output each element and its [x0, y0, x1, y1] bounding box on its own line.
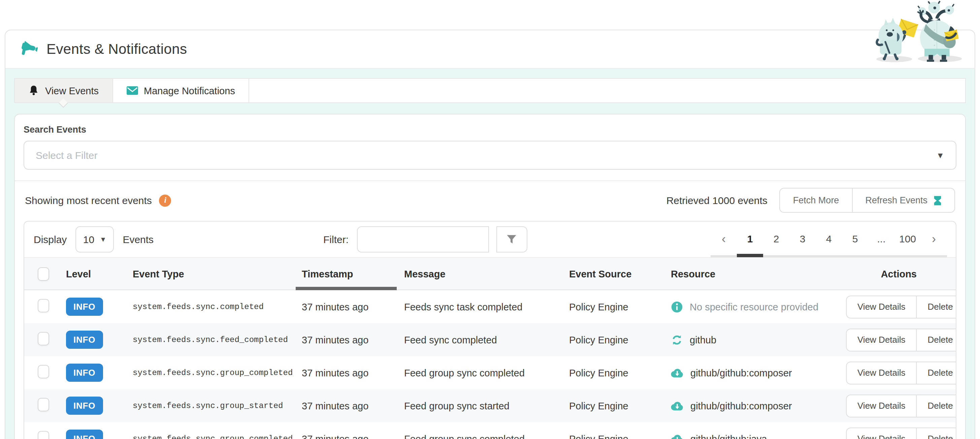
page-prev-button[interactable]: ‹ [711, 221, 737, 256]
page-size-select[interactable]: 10 ▼ [75, 226, 114, 253]
select-placeholder: Select a Filter [36, 150, 97, 161]
row-checkbox[interactable] [38, 332, 49, 345]
tab-view-events[interactable]: View Events [15, 79, 113, 102]
page-button-3[interactable]: 3 [789, 221, 816, 256]
page-button-...[interactable]: ... [868, 221, 894, 256]
event-type: system.feeds.sync.feed_completed [133, 335, 302, 344]
pagination-active-indicator [737, 254, 763, 257]
table-row: INFO system.feeds.sync.feed_completed 37… [24, 323, 956, 356]
column-header-level[interactable]: Level [66, 258, 133, 289]
mascot-left [877, 18, 918, 60]
card-body: View Events Manage Notifications Search … [5, 68, 975, 439]
resource-label: github/github:java [690, 433, 767, 439]
event-message: Feeds sync task completed [404, 301, 569, 312]
table-toolbar: Display 10 ▼ Events Filter: [24, 221, 956, 257]
view-details-button[interactable]: View Details [846, 427, 917, 439]
event-message: Feed group sync completed [404, 433, 569, 439]
hourglass-icon [934, 195, 942, 206]
tab-manage-notifications[interactable]: Manage Notifications [113, 79, 249, 102]
envelope-icon [126, 86, 138, 95]
row-actions: View Details Delete [846, 328, 956, 351]
table-row: INFO system.feeds.sync.group_started 37 … [24, 389, 956, 422]
row-checkbox[interactable] [38, 365, 49, 379]
filter-input[interactable] [356, 226, 488, 253]
mascot-right [918, 1, 959, 62]
event-type: system.feeds.sync.group_started [133, 401, 302, 410]
view-details-button[interactable]: View Details [846, 328, 917, 351]
column-header-resource[interactable]: Resource [671, 258, 846, 289]
level-badge: INFO [66, 331, 103, 349]
event-message: Feed sync completed [404, 334, 569, 345]
chevron-down-icon: ▼ [936, 151, 944, 160]
row-actions: View Details Delete [846, 295, 956, 318]
row-actions: View Details Delete [846, 361, 956, 384]
pagination: ‹12345...100› [711, 221, 947, 256]
page-button-5[interactable]: 5 [842, 221, 868, 256]
events-page: Events & Notifications View Events [0, 0, 980, 439]
delete-button[interactable]: Delete [916, 328, 956, 351]
info-icon [671, 301, 683, 313]
event-type: system.feeds.sync.completed [133, 302, 302, 312]
row-actions: View Details Delete [846, 394, 956, 417]
select-all-checkbox[interactable] [38, 267, 49, 280]
sync-icon [671, 334, 683, 346]
refresh-events-label: Refresh Events [865, 195, 928, 205]
page-size-value: 10 [83, 234, 94, 245]
display-label: Display [34, 234, 67, 245]
column-header-event-type[interactable]: Event Type [133, 258, 302, 289]
delete-button[interactable]: Delete [916, 427, 956, 439]
resource-label: No specific resource provided [690, 301, 818, 312]
page-button-100[interactable]: 100 [894, 221, 921, 256]
delete-button[interactable]: Delete [916, 295, 956, 318]
showing-events-text: Showing most recent events [25, 195, 152, 206]
event-timestamp: 37 minutes ago [302, 400, 404, 411]
cloud-download-icon [671, 434, 684, 439]
row-checkbox[interactable] [38, 398, 49, 411]
cloud-download-icon [671, 401, 684, 410]
tab-label: View Events [45, 85, 99, 96]
table-row: INFO system.feeds.sync.group_completed 3… [24, 422, 956, 439]
event-type: system.feeds.sync.group_completed [133, 434, 302, 439]
view-details-button[interactable]: View Details [846, 361, 917, 384]
filter-label: Filter: [323, 234, 348, 245]
page-button-4[interactable]: 4 [816, 221, 842, 256]
page-title: Events & Notifications [46, 41, 187, 57]
column-header-message[interactable]: Message [404, 258, 569, 289]
event-message: Feed group sync completed [404, 367, 569, 378]
refresh-events-button[interactable]: Refresh Events [852, 188, 955, 213]
column-header-actions[interactable]: Actions [846, 258, 956, 289]
delete-button[interactable]: Delete [916, 394, 956, 417]
page-button-1[interactable]: 1 [737, 221, 763, 256]
search-events-label: Search Events [24, 124, 956, 135]
events-panel: Search Events Select a Filter ▼ Showing … [14, 114, 966, 439]
column-header-event-source[interactable]: Event Source [569, 258, 671, 289]
mascots-illustration [870, 1, 976, 66]
level-badge: INFO [66, 364, 103, 382]
pagination-track [711, 255, 947, 257]
megaphone-icon [19, 40, 38, 58]
table-row: INFO system.feeds.sync.completed 37 minu… [24, 290, 956, 323]
view-details-button[interactable]: View Details [846, 295, 917, 318]
resource-label: github/github:composer [690, 400, 792, 411]
event-source: Policy Engine [569, 334, 671, 345]
fetch-more-button[interactable]: Fetch More [780, 188, 853, 213]
level-badge: INFO [66, 396, 103, 415]
row-checkbox[interactable] [38, 431, 49, 439]
level-badge: INFO [66, 429, 103, 439]
resource-label: github/github:composer [690, 367, 792, 378]
funnel-icon [506, 234, 517, 245]
apply-filter-button[interactable] [496, 226, 527, 253]
row-actions: View Details Delete [846, 427, 956, 439]
view-details-button[interactable]: View Details [846, 394, 917, 417]
table-row: INFO system.feeds.sync.group_completed 3… [24, 356, 956, 389]
page-next-button[interactable]: › [921, 221, 947, 256]
info-icon[interactable]: i [159, 194, 172, 206]
event-filter-select[interactable]: Select a Filter ▼ [24, 141, 956, 170]
events-label: Events [123, 234, 154, 245]
event-timestamp: 37 minutes ago [302, 367, 404, 378]
row-checkbox[interactable] [38, 299, 49, 312]
event-source: Policy Engine [569, 301, 671, 312]
delete-button[interactable]: Delete [916, 361, 956, 384]
page-button-2[interactable]: 2 [763, 221, 789, 256]
column-header-timestamp[interactable]: Timestamp [302, 258, 404, 289]
